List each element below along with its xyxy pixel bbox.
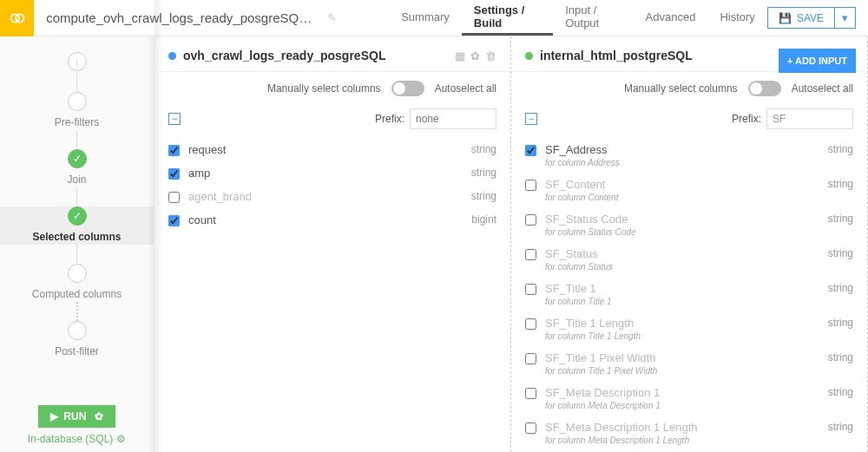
column-name: SF_Content — [545, 178, 828, 191]
step-post-filter[interactable]: Post-filter — [0, 321, 154, 359]
column-type: string — [828, 317, 853, 329]
column-desc: for column Title 1 — [545, 297, 828, 306]
column-name: SF_Status Code — [545, 213, 828, 226]
column-checkbox[interactable] — [525, 249, 536, 260]
deselect-all-checkbox[interactable]: − — [168, 113, 181, 125]
column-checkbox[interactable] — [168, 145, 180, 156]
column-checkbox[interactable] — [525, 180, 536, 191]
tab-summary[interactable]: Summary — [389, 0, 462, 36]
autoselect-toggle[interactable] — [748, 81, 781, 96]
step-start[interactable]: ↓ — [0, 52, 154, 73]
autoselect-label: Autoselect all — [792, 82, 853, 95]
autoselect-label: Autoselect all — [435, 82, 496, 95]
column-checkbox[interactable] — [525, 423, 536, 434]
column-checkbox[interactable] — [525, 318, 536, 330]
column-row[interactable]: ampstring — [155, 161, 510, 185]
tab-settings-build[interactable]: Settings / Build — [462, 0, 553, 36]
column-row[interactable]: SF_Addressfor column Addressstring — [511, 138, 867, 173]
column-row[interactable]: SF_Status Codefor column Status Codestri… — [511, 207, 867, 242]
column-desc: for column Meta Description 1 Length — [545, 436, 828, 445]
tab-advanced[interactable]: Advanced — [634, 0, 708, 36]
step-label: Post-filter — [55, 345, 99, 357]
column-type: bigint — [471, 213, 496, 226]
prefix-input[interactable] — [766, 108, 853, 129]
panel-title: ovh_crawl_logs_ready_posgreSQL — [183, 49, 385, 62]
step-join[interactable]: Join — [0, 149, 154, 187]
column-row[interactable]: requeststring — [155, 138, 510, 161]
tab-history[interactable]: History — [707, 0, 766, 36]
column-row[interactable]: SF_Contentfor column Contentstring — [511, 173, 867, 207]
step-label: Selected columns — [32, 231, 121, 243]
column-row[interactable]: SF_Title 1 Lengthfor column Title 1 Leng… — [511, 311, 867, 346]
column-name: SF_Address — [545, 143, 828, 156]
step-computed-columns[interactable]: Computed columns — [0, 264, 154, 302]
deselect-all-checkbox[interactable]: − — [525, 113, 537, 125]
step-label: Join — [67, 174, 86, 186]
column-row[interactable]: countbigint — [155, 208, 510, 232]
column-checkbox[interactable] — [525, 145, 536, 156]
column-type: string — [471, 143, 496, 155]
engine-icon: ⚙ — [116, 433, 126, 445]
column-name: request — [188, 143, 471, 156]
source-dot-icon — [525, 52, 533, 60]
column-type: string — [828, 143, 853, 155]
app-logo — [0, 0, 34, 36]
run-label: RUN — [63, 410, 86, 423]
column-type: string — [828, 247, 853, 259]
column-row[interactable]: agent_brandstring — [155, 185, 510, 208]
column-name: SF_Title 1 Length — [545, 317, 828, 330]
page-title: compute_ovh_crawl_logs_ready_posgreSQ… — [34, 10, 324, 25]
save-icon: 💾 — [779, 12, 792, 24]
arrow-down-icon: ↓ — [68, 52, 87, 71]
step-selected-columns[interactable]: Selected columns — [0, 206, 154, 245]
circle-icon — [68, 92, 87, 111]
tab-input-output[interactable]: Input / Output — [553, 0, 633, 36]
column-list: SF_Addressfor column AddressstringSF_Con… — [511, 138, 867, 452]
column-checkbox[interactable] — [525, 388, 536, 399]
column-desc: for column Title 1 Pixel Width — [545, 366, 828, 376]
add-input-button[interactable]: + ADD INPUT — [779, 49, 856, 73]
column-row[interactable]: SF_Meta Description 1for column Meta Des… — [511, 381, 867, 416]
gear-icon[interactable]: ✿ — [470, 49, 480, 62]
column-checkbox[interactable] — [168, 168, 180, 180]
column-type: string — [828, 386, 853, 398]
check-icon — [68, 206, 87, 226]
step-pre-filters[interactable]: Pre-filters — [0, 92, 154, 130]
circle-icon — [68, 321, 87, 340]
source-dot-icon — [168, 52, 176, 60]
column-panels: ovh_crawl_logs_ready_posgreSQL▦✿🗑Manuall… — [155, 36, 868, 452]
column-desc: for column Title 1 Length — [545, 331, 828, 341]
column-checkbox[interactable] — [168, 192, 180, 203]
grid-icon[interactable]: ▦ — [455, 49, 465, 62]
column-row[interactable]: SF_Meta Description 1 Lengthfor column M… — [511, 416, 867, 450]
run-button[interactable]: ▶ RUN ✿ — [38, 405, 115, 428]
trash-icon[interactable]: 🗑 — [485, 49, 496, 62]
prefix-input[interactable] — [410, 108, 496, 129]
link-icon — [8, 9, 27, 28]
column-name: agent_brand — [188, 190, 471, 203]
column-desc: for column Address — [545, 158, 828, 167]
save-group: 💾SAVE ▾ — [767, 7, 856, 29]
column-type: string — [828, 421, 853, 433]
save-button[interactable]: 💾SAVE — [767, 7, 835, 29]
edit-title-icon[interactable]: ✎ — [327, 11, 337, 24]
step-label: Pre-filters — [55, 116, 99, 128]
engine-label[interactable]: In-database (SQL) ⚙ — [28, 433, 127, 445]
column-desc: for column Meta Description 1 — [545, 401, 828, 410]
tab-bar: SummarySettings / BuildInput / OutputAdv… — [389, 0, 767, 36]
column-checkbox[interactable] — [168, 215, 180, 226]
autoselect-toggle[interactable] — [391, 81, 424, 96]
panel-ovh_crawl_logs_ready_posgreSQL: ovh_crawl_logs_ready_posgreSQL▦✿🗑Manuall… — [155, 36, 511, 452]
column-type: string — [828, 351, 853, 364]
column-checkbox[interactable] — [525, 353, 536, 364]
column-row[interactable]: SF_Title 1 Pixel Widthfor column Title 1… — [511, 346, 867, 381]
column-checkbox[interactable] — [525, 284, 536, 295]
step-sidebar: ↓Pre-filtersJoinSelected columnsComputed… — [0, 36, 155, 452]
column-row[interactable]: SF_Title 1for column Title 1string — [511, 277, 867, 311]
column-type: string — [828, 282, 853, 294]
run-area: ▶ RUN ✿ In-database (SQL) ⚙ — [0, 405, 154, 445]
column-checkbox[interactable] — [525, 214, 536, 226]
manual-select-label: Manually select columns — [267, 82, 381, 95]
column-row[interactable]: SF_Statusfor column Statusstring — [511, 242, 867, 277]
save-dropdown[interactable]: ▾ — [835, 7, 856, 29]
